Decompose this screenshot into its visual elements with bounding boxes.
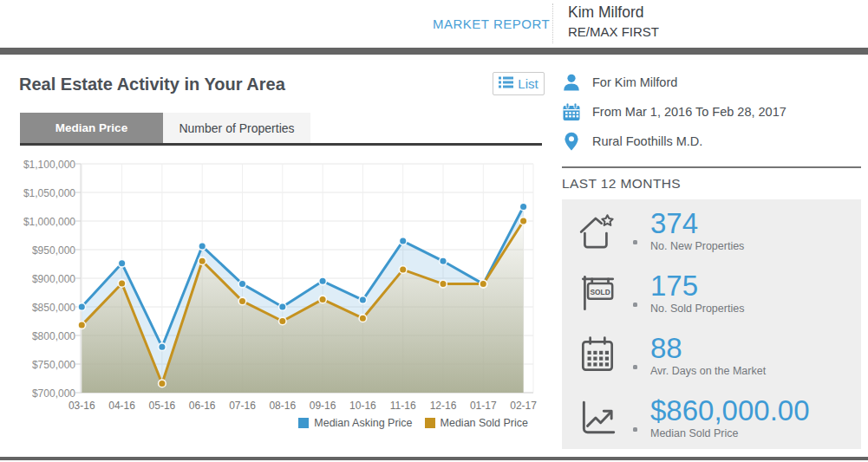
sold-properties-value: 175: [650, 271, 744, 301]
svg-text:10-16: 10-16: [349, 400, 376, 412]
svg-text:02-17: 02-17: [510, 400, 537, 412]
legend-label-asking: Median Asking Price: [314, 417, 412, 429]
legend-label-sold: Median Sold Price: [441, 417, 528, 429]
legend-item-sold: Median Sold Price: [425, 417, 528, 429]
new-properties-value: 374: [650, 209, 744, 238]
svg-text:$1,000,000: $1,000,000: [23, 216, 75, 228]
svg-text:04-16: 04-16: [108, 400, 135, 412]
svg-text:09-16: 09-16: [310, 400, 336, 412]
svg-text:01-17: 01-17: [470, 400, 497, 412]
info-row-agent: For Kim Milford: [562, 72, 861, 93]
agent-block: Kim Milford RE/MAX FIRST: [568, 3, 659, 41]
stat-sold-properties: SOLD 175 No. Sold Properties: [562, 262, 861, 324]
agent-company: RE/MAX FIRST: [568, 23, 659, 41]
market-report-link[interactable]: MARKET REPORT: [433, 16, 550, 31]
sold-properties-label: No. Sold Properties: [650, 303, 744, 315]
list-icon: [499, 76, 513, 91]
svg-text:$1,050,000: $1,050,000: [23, 187, 75, 199]
sold-sign-icon: SOLD: [576, 271, 619, 315]
asking-price-swatch: [298, 418, 309, 428]
svg-text:07-16: 07-16: [229, 400, 256, 412]
svg-text:$900,000: $900,000: [32, 273, 75, 285]
last-12-months-title: LAST 12 MONTHS: [562, 176, 681, 192]
info-date-range-text: From Mar 1, 2016 To Feb 28, 2017: [592, 105, 786, 119]
stat-dot: [633, 240, 637, 244]
stat-median-sold-price: $860,000.00 Median Sold Price: [562, 387, 861, 449]
list-view-button[interactable]: List: [493, 72, 545, 95]
svg-text:11-16: 11-16: [390, 400, 416, 412]
stat-dot: [633, 365, 637, 369]
svg-text:03-16: 03-16: [69, 400, 95, 412]
info-agent-text: For Kim Milford: [592, 75, 677, 89]
tab-median-price[interactable]: Median Price: [20, 113, 163, 143]
info-location-text: Rural Foothills M.D.: [592, 134, 702, 148]
new-property-house-star-icon: [576, 209, 619, 252]
svg-text:$1,100,000: $1,100,000: [23, 159, 75, 171]
sidebar-divider: [562, 166, 861, 168]
market-report-page: MARKET REPORT Kim Milford RE/MAX FIRST R…: [0, 0, 868, 462]
svg-text:$850,000: $850,000: [32, 302, 75, 314]
location-pin-icon: [562, 132, 581, 151]
svg-text:05-16: 05-16: [149, 400, 176, 412]
legend-item-asking: Median Asking Price: [298, 417, 412, 429]
svg-text:$700,000: $700,000: [32, 387, 75, 400]
new-properties-label: No. New Properties: [650, 240, 744, 252]
calendar-icon: [562, 102, 581, 121]
info-row-location: Rural Foothills M.D.: [562, 131, 861, 152]
svg-text:$800,000: $800,000: [32, 330, 75, 342]
header-separator-bar: [0, 48, 868, 55]
median-sold-price-value: $860,000.00: [650, 396, 810, 426]
sold-price-swatch: [425, 418, 435, 428]
tab-number-of-properties[interactable]: Number of Properties: [163, 113, 310, 143]
days-on-market-label: Avr. Days on the Market: [650, 365, 766, 377]
median-price-chart: $700,000$750,000$800,000$850,000$900,000…: [0, 156, 555, 416]
svg-text:SOLD: SOLD: [591, 288, 610, 296]
stat-days-on-market: 88 Avr. Days on the Market: [562, 324, 861, 387]
stat-dot: [633, 427, 637, 432]
tab-underline: [20, 143, 542, 146]
svg-text:06-16: 06-16: [189, 400, 216, 412]
footer-bar: [0, 457, 868, 460]
trend-chart-icon: [576, 396, 619, 439]
chart-legend: Median Asking Price Median Sold Price: [81, 417, 533, 429]
header-divider: [552, 3, 553, 43]
person-icon: [562, 73, 581, 92]
calendar-grid-icon: [576, 334, 619, 377]
stat-dot: [633, 303, 637, 307]
stats-panel: 374 No. New Properties SOLD 175 No. Sold…: [562, 199, 861, 449]
info-row-date-range: From Mar 1, 2016 To Feb 28, 2017: [562, 101, 861, 122]
svg-text:08-16: 08-16: [269, 400, 296, 412]
median-sold-price-label: Median Sold Price: [650, 427, 810, 439]
agent-name: Kim Milford: [568, 3, 659, 23]
page-title: Real Estate Activity in Your Area: [19, 75, 285, 94]
svg-text:$950,000: $950,000: [32, 244, 75, 257]
svg-text:$750,000: $750,000: [32, 359, 75, 371]
list-button-label: List: [518, 76, 538, 91]
days-on-market-value: 88: [650, 334, 766, 363]
svg-text:12-16: 12-16: [430, 400, 457, 412]
stat-new-properties: 374 No. New Properties: [562, 199, 861, 262]
